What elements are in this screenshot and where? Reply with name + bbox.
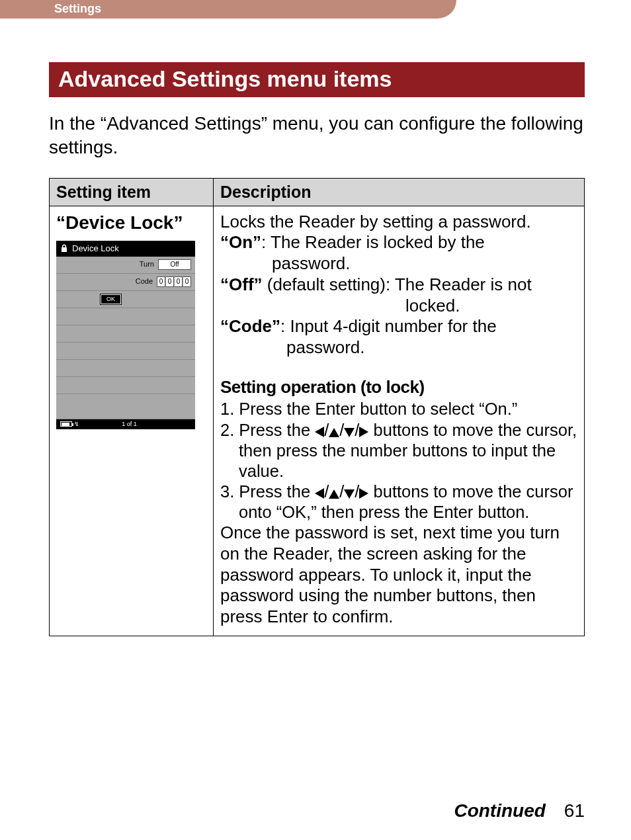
page-footer: Continued61 [454,800,585,821]
arrow-left-icon [315,488,324,499]
screenshot-title-bar: Device Lock [56,241,195,257]
step-3: 3. Press the /// buttons to move the cur… [220,482,577,523]
lock-icon [60,244,68,253]
operation-heading: Setting operation (to lock) [220,377,577,398]
step-1: 1. Press the Enter button to select “On.… [220,399,577,419]
settings-table: Setting item Description “Device Lock” D… [49,178,585,636]
desc-off-text2: locked. [220,296,577,317]
desc-after-text: Once the password is set, next time you … [220,523,577,628]
device-lock-screenshot: Device Lock Turn Off Code 0 [56,241,195,429]
screenshot-page-indicator: 1 of 1 [122,421,137,428]
desc-code-label: “Code” [220,316,280,336]
screenshot-row-empty [56,394,195,419]
continued-label: Continued [454,800,545,821]
screenshot-row-empty [56,308,195,325]
arrow-right-icon [359,427,368,437]
screenshot-row-empty [56,325,195,343]
page-content: Advanced Settings menu items In the “Adv… [49,62,585,636]
arrow-up-icon [329,428,339,437]
screenshot-row-turn: Turn Off [56,257,195,274]
step-2: 2. Press the /// buttons to move the cur… [220,420,577,482]
desc-off-label: “Off” [220,274,263,294]
screenshot-row-empty [56,343,195,360]
desc-code-line: “Code”: Input 4-digit number for the [220,316,577,337]
screenshot-ok-button: OK [101,294,121,304]
col-header-description: Description [214,178,585,206]
screenshot-turn-value: Off [158,259,191,270]
screenshot-turn-label: Turn [140,260,154,269]
screenshot-footer: ↯ 1 of 1 [56,419,195,429]
setting-name-device-lock: “Device Lock” [56,212,206,234]
desc-line1: Locks the Reader by setting a password. [220,212,577,233]
desc-off-line: “Off” (default setting): The Reader is n… [220,274,577,296]
desc-code-text: : Input 4-digit number for the [280,316,497,336]
desc-on-label: “On” [220,232,261,252]
page-title: Advanced Settings menu items [49,62,585,97]
arrow-down-icon [344,428,355,437]
arrow-down-icon [344,489,355,499]
desc-off-text: (default setting): The Reader is not [263,274,532,294]
desc-on-text: : The Reader is locked by the [261,232,485,252]
header-tab: Settings [0,0,456,19]
col-header-setting-item: Setting item [50,178,214,206]
page-number: 61 [564,800,585,821]
screenshot-title-text: Device Lock [72,243,119,254]
header-section-label: Settings [0,0,456,16]
screenshot-code-digit: 0 [174,276,183,287]
cell-setting-item: “Device Lock” Device Lock Turn Off [50,206,214,636]
screenshot-code-digit: 0 [157,276,165,287]
screenshot-row-empty [56,360,195,377]
arrow-right-icon [359,488,368,499]
desc-on-line: “On”: The Reader is locked by the [220,232,577,253]
cell-description: Locks the Reader by setting a password. … [214,206,585,636]
intro-text: In the “Advanced Settings” menu, you can… [49,112,585,159]
arrow-left-icon [315,427,324,437]
screenshot-code-digit: 0 [183,276,191,287]
battery-icon [60,421,72,427]
screenshot-row-code: Code 0 0 0 0 [56,274,195,291]
screenshot-row-empty [56,377,195,394]
arrow-up-icon [329,489,339,499]
screenshot-code-digit: 0 [165,276,174,287]
screenshot-row-ok: OK [56,291,195,308]
operation-steps: 1. Press the Enter button to select “On.… [220,399,577,523]
sync-icon: ↯ [74,421,79,428]
screenshot-code-label: Code [136,277,153,286]
desc-on-text2: password. [220,253,577,274]
desc-code-text2: password. [220,337,577,358]
